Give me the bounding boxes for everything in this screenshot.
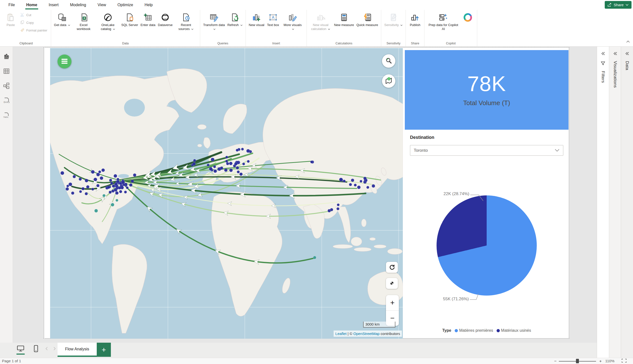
- ribbon-button-dataverse[interactable]: Dataverse: [157, 11, 174, 28]
- menu-optimize[interactable]: Optimize: [118, 0, 133, 10]
- sidebar-item-dax-query-view[interactable]: DAX: [2, 97, 11, 106]
- ribbon-button-text-box[interactable]: AText box: [266, 11, 280, 28]
- ribbon-button-recent-sources[interactable]: Recent sources: [174, 11, 198, 32]
- search-icon: [385, 57, 392, 65]
- share-button[interactable]: Share: [605, 1, 632, 9]
- page-tab-flow-analysis[interactable]: Flow Analysis: [58, 343, 97, 357]
- ribbon-group-label: Calculations: [309, 41, 379, 46]
- chevron-right-icon: [53, 347, 56, 351]
- ribbon-button-excel-workbook[interactable]: XExcel workbook: [72, 11, 96, 32]
- leaflet-link[interactable]: Leaflet: [335, 332, 346, 336]
- expand-pane-icon[interactable]: [613, 51, 618, 57]
- menu-file[interactable]: File: [8, 0, 15, 10]
- previous-page-button: [43, 345, 50, 353]
- tmdl-view-icon: TMDL: [3, 112, 10, 120]
- openstreetmap-link[interactable]: OpenStreetMap: [354, 332, 380, 336]
- chevron-down-icon: [626, 4, 628, 6]
- ribbon-button-sensitivity: Sensitivity: [383, 11, 404, 28]
- slicer-title: Destination: [410, 135, 434, 140]
- zoom-in-button[interactable]: +: [598, 358, 603, 364]
- refresh-icon: [230, 12, 239, 22]
- menu-modeling[interactable]: Modeling: [70, 0, 86, 10]
- active-layout-underline: [16, 354, 25, 354]
- share-icon: [607, 3, 612, 7]
- data-pane-collapsed[interactable]: Data: [621, 46, 633, 358]
- mobile-layout-button[interactable]: [31, 345, 41, 353]
- menu-insert[interactable]: Insert: [48, 0, 58, 10]
- filters-pane-label: Filters: [600, 71, 606, 83]
- report-canvas[interactable]: i + −: [44, 47, 569, 339]
- transform-data-icon: [210, 12, 218, 22]
- svg-text:X: X: [83, 16, 85, 20]
- collapse-ribbon-icon[interactable]: [626, 40, 630, 44]
- ribbon-group-calculations: fxNew visual calculation New measureQuic…: [307, 10, 382, 46]
- menu-view[interactable]: View: [98, 0, 106, 10]
- pie-legend: TypeMatières premièresMatériaux usinés: [405, 328, 568, 333]
- expand-pane-icon[interactable]: [600, 51, 606, 57]
- ribbon-button-quick-measure[interactable]: Quick measure: [356, 11, 379, 28]
- zoom-out-button[interactable]: −: [553, 358, 558, 364]
- legend-item-mat-riaux-usin-s[interactable]: Matériaux usinés: [496, 328, 531, 333]
- map-zoom-control: + −: [386, 295, 399, 326]
- quick-measure-icon: [363, 12, 372, 22]
- ribbon-group-label: Insert: [248, 41, 304, 46]
- flow-map-visual[interactable]: i + −: [50, 48, 403, 339]
- legend-item-mati-res-premi-res[interactable]: Matières premières: [455, 328, 493, 333]
- menu-home[interactable]: Home: [26, 0, 37, 10]
- kpi-card-total-volume[interactable]: 78K Total Volume (T): [405, 50, 568, 130]
- map-layers-button[interactable]: i: [382, 74, 396, 88]
- map-zoom-in-button[interactable]: +: [386, 295, 399, 310]
- map-search-button[interactable]: [382, 54, 396, 68]
- ribbon-button-more-visuals[interactable]: More visuals: [281, 11, 304, 32]
- ribbon-button-refresh[interactable]: Refresh: [226, 11, 244, 28]
- sidebar-item-table-view[interactable]: [2, 67, 11, 76]
- map-expand-button[interactable]: [386, 278, 398, 289]
- ribbon-button-new-measure[interactable]: New measure: [333, 11, 355, 28]
- sidebar-item-model-view[interactable]: [2, 82, 11, 91]
- text-box-icon: A: [269, 12, 278, 22]
- ribbon-button-copilot-icon[interactable]: [460, 11, 475, 24]
- destination-slicer-dropdown[interactable]: Toronto: [410, 145, 563, 156]
- page-tab-bar: Flow Analysis +: [0, 343, 597, 358]
- sidebar-item-tmdl-view[interactable]: TMDL: [2, 112, 11, 120]
- ribbon: PasteCutCopyFormat painterClipboardGet d…: [0, 10, 633, 46]
- ribbon-group-label: Copilot: [426, 41, 475, 46]
- ribbon-group-sensitivity: Sensitivity Sensitivity: [381, 10, 406, 46]
- ribbon-button-prep-data-for-copilot-ai[interactable]: Prep data for Copilot AI: [426, 11, 460, 32]
- ribbon-button-onelake-catalog[interactable]: OneLake catalog: [96, 11, 120, 32]
- ribbon-button-sql-server[interactable]: SQL Server: [120, 11, 139, 28]
- menu-help[interactable]: Help: [144, 0, 153, 10]
- cut-icon: [20, 12, 25, 18]
- filters-pane-collapsed[interactable]: Filters: [597, 46, 609, 358]
- ribbon-button-enter-data[interactable]: Enter data: [140, 11, 156, 28]
- mobile-phone-icon: [34, 345, 38, 353]
- ribbon-button-publish[interactable]: Publish: [408, 11, 422, 28]
- ribbon-button-transform-data[interactable]: Transform data: [202, 11, 226, 32]
- fit-to-page-button[interactable]: [620, 358, 628, 364]
- map-refresh-button[interactable]: [386, 262, 398, 273]
- visualizations-pane-collapsed[interactable]: Visualizations: [609, 46, 621, 358]
- map-menu-button[interactable]: [58, 54, 72, 68]
- folded-map-icon: i: [385, 77, 393, 86]
- ribbon-button-get-data[interactable]: Get data: [53, 11, 71, 28]
- pie-chart-visual[interactable]: 22K (28.74%) 55K (71.26%) TypeMatières p…: [405, 182, 568, 338]
- sidebar-item-report-view[interactable]: [2, 52, 11, 61]
- expand-pane-icon[interactable]: [624, 51, 630, 57]
- slicer-selected-value: Toronto: [414, 148, 554, 153]
- legend-title: Type: [442, 328, 451, 333]
- zoom-slider-handle[interactable]: [576, 359, 579, 363]
- ribbon-button-new-visual[interactable]: New visual: [248, 11, 266, 28]
- map-scale-label: 3000 km: [365, 322, 380, 326]
- new-measure-icon: [340, 12, 348, 22]
- desktop-layout-button[interactable]: [16, 345, 25, 353]
- paste-icon: [6, 12, 15, 22]
- legend-dot: [496, 329, 500, 332]
- right-panes: Filters Visualizations Data: [597, 46, 633, 358]
- new-page-button[interactable]: +: [97, 343, 111, 357]
- copy-icon: [20, 20, 25, 26]
- zoom-level-value: 110%: [605, 359, 614, 363]
- report-view-icon: [3, 52, 10, 61]
- ribbon-button-paste: Paste: [4, 11, 18, 28]
- expand-diagonal-icon: [389, 280, 395, 287]
- pie-data-label-dark-slice: 22K (28.74%): [419, 192, 469, 196]
